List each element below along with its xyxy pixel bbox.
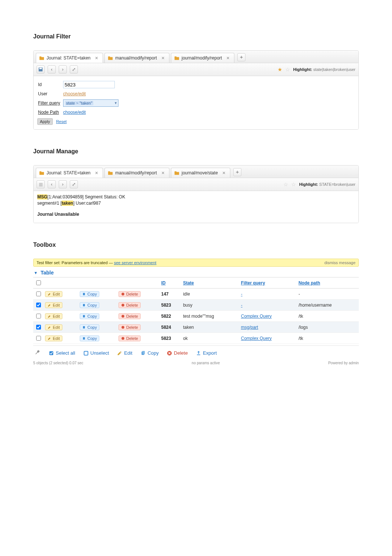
- row-edit-button[interactable]: Edit: [45, 291, 62, 297]
- row-copy-button[interactable]: Copy: [80, 302, 100, 308]
- svg-rect-3: [108, 57, 110, 58]
- cell-filter-query[interactable]: Complex Query: [241, 314, 272, 319]
- row-edit-button[interactable]: Edit: [45, 302, 62, 308]
- row-edit-button[interactable]: Edit: [45, 335, 62, 341]
- cell-node-path: -: [297, 289, 359, 300]
- tool-save-icon[interactable]: [37, 65, 45, 74]
- action-select-all[interactable]: Select all: [49, 350, 75, 356]
- row-delete-button[interactable]: Delete: [118, 335, 141, 341]
- filter-panel: Journal: STATE=taken ✕ manual/modify/rep…: [33, 50, 359, 130]
- row-checkbox[interactable]: [36, 291, 41, 296]
- tool-next-icon[interactable]: ›: [59, 65, 67, 74]
- row-checkbox[interactable]: [36, 336, 41, 341]
- footer-right: Powered by admin: [328, 361, 359, 365]
- tab-manual-modify-2[interactable]: manual/modify/report ✕: [104, 168, 169, 178]
- cell-filter-query[interactable]: -: [241, 291, 243, 297]
- manage-toolbar: ▦ ‹ › ⤢ ☆ ☆ Highlight: STATE=broken|user: [34, 178, 358, 191]
- col-id[interactable]: ID: [160, 277, 182, 289]
- row-checkbox[interactable]: [36, 325, 41, 330]
- row-checkbox[interactable]: [36, 314, 41, 318]
- star-outline-icon[interactable]: ☆: [283, 182, 288, 187]
- select-all-checkbox[interactable]: [36, 280, 41, 285]
- banner-dismiss[interactable]: dismiss message: [324, 260, 355, 265]
- tab-close-icon[interactable]: ✕: [94, 171, 99, 175]
- action-export[interactable]: Export: [196, 350, 217, 356]
- row-delete-button[interactable]: Delete: [118, 291, 141, 297]
- banner-link[interactable]: see server environment: [114, 260, 157, 265]
- cell-id: 5823: [160, 300, 182, 311]
- cell-node-path: /home/username: [297, 300, 359, 311]
- svg-rect-22: [83, 337, 85, 340]
- tool-expand-icon[interactable]: ⤢: [70, 65, 78, 74]
- apply-button[interactable]: Apply: [37, 118, 53, 125]
- tree-twisty-icon[interactable]: ▾: [35, 270, 39, 275]
- row-copy-button[interactable]: Copy: [80, 291, 100, 297]
- tab-journal-state[interactable]: Journal: STATE=taken ✕: [36, 53, 103, 63]
- tab-close-icon[interactable]: ✕: [161, 56, 165, 61]
- filter-query-label: Filter query: [38, 98, 62, 108]
- filter-query-input[interactable]: state ~ "taken" ▼: [63, 99, 118, 107]
- id-input[interactable]: [63, 81, 115, 88]
- tree-root[interactable]: ▾ Table: [33, 267, 359, 277]
- tab-add-button[interactable]: ＋: [233, 168, 241, 176]
- tab-journal-state-2[interactable]: Journal: STATE=taken ✕: [36, 168, 103, 178]
- highlight-label: Highlight: state|taken|broken|user: [293, 67, 355, 72]
- apply-reset-row: Apply Reset: [37, 119, 355, 124]
- row-delete-button[interactable]: Delete: [118, 302, 141, 308]
- tool-prev-icon[interactable]: ‹: [48, 180, 56, 188]
- tab-label: Journal: STATE=taken: [47, 170, 90, 175]
- tool-next-icon[interactable]: ›: [59, 180, 67, 188]
- row-checkbox[interactable]: [36, 303, 41, 307]
- col-state[interactable]: State: [182, 277, 240, 289]
- tab-label: manual/modify/report: [115, 170, 157, 175]
- node-path-choose-link[interactable]: choose/edit: [63, 110, 86, 115]
- tab-add-button[interactable]: ＋: [237, 53, 245, 61]
- svg-rect-16: [83, 304, 85, 306]
- toolbox-footer: 5 objects (2 selected) 0.07 sec no param…: [33, 361, 359, 365]
- tab-close-icon[interactable]: ✕: [161, 171, 165, 175]
- row-edit-button[interactable]: Edit: [45, 324, 62, 330]
- col-checkbox[interactable]: [33, 277, 44, 289]
- tab-close-icon[interactable]: ✕: [94, 56, 99, 61]
- star-icon[interactable]: ★: [278, 67, 282, 72]
- row-copy-button[interactable]: Copy: [80, 324, 100, 330]
- reset-link[interactable]: Reset: [56, 119, 67, 124]
- svg-rect-14: [83, 293, 85, 295]
- cell-state: busy: [182, 300, 240, 311]
- svg-point-19: [121, 315, 124, 318]
- action-delete[interactable]: Delete: [167, 350, 188, 356]
- action-copy[interactable]: Copy: [141, 350, 159, 356]
- tab-label: journal/move/state: [182, 170, 218, 175]
- col-filter-query[interactable]: Filter query: [240, 277, 297, 289]
- row-copy-button[interactable]: Copy: [80, 313, 100, 319]
- tab-journal-move[interactable]: journal/move/state ✕: [171, 168, 230, 178]
- dropdown-caret-icon: ▼: [114, 101, 117, 105]
- tab-manual-modify[interactable]: manual/modify/report ✕: [104, 53, 169, 63]
- row-copy-button[interactable]: Copy: [80, 335, 100, 341]
- user-label: User: [38, 90, 62, 98]
- star-outline-icon[interactable]: ☆: [285, 67, 290, 72]
- col-node-path[interactable]: Node path: [297, 277, 359, 289]
- section-title-toolbox: Toolbox: [33, 242, 359, 248]
- action-edit[interactable]: Edit: [117, 350, 132, 356]
- tab-close-icon[interactable]: ✕: [221, 171, 226, 175]
- journal-unavailable: Journal Unavailable: [37, 211, 355, 218]
- tab-icon: [108, 170, 113, 175]
- user-choose-link[interactable]: choose/edit: [63, 91, 86, 96]
- tool-prev-icon[interactable]: ‹: [48, 65, 56, 74]
- table-row: EditCopyDelete147idle--: [33, 289, 359, 300]
- tab-close-icon[interactable]: ✕: [226, 56, 230, 61]
- tool-expand-icon[interactable]: ⤢: [70, 180, 78, 188]
- cell-filter-query[interactable]: Complex Query: [241, 336, 272, 341]
- cell-filter-query[interactable]: msg/part: [241, 325, 258, 330]
- section-title-manage: Journal Manage: [33, 148, 359, 155]
- cell-filter-query[interactable]: -: [241, 303, 243, 308]
- col-copy: [78, 277, 117, 289]
- star-outline-icon[interactable]: ☆: [291, 182, 296, 187]
- row-delete-button[interactable]: Delete: [118, 324, 141, 330]
- tab-icon: [174, 170, 179, 175]
- row-delete-button[interactable]: Delete: [118, 313, 141, 319]
- tab-journal-modify[interactable]: journal/modify/report ✕: [171, 53, 234, 63]
- action-unselect[interactable]: Unselect: [83, 350, 109, 356]
- row-edit-button[interactable]: Edit: [45, 313, 62, 319]
